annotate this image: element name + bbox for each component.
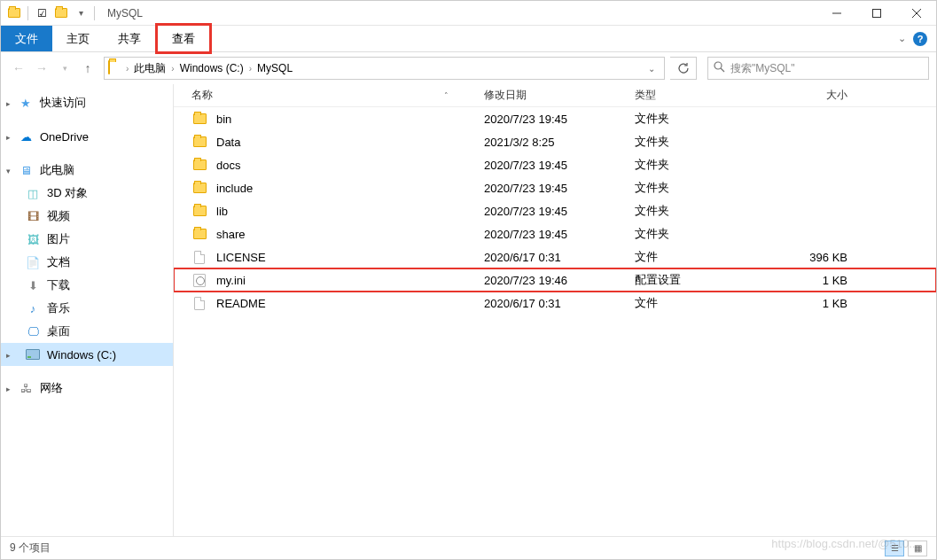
breadcrumb[interactable]: › 此电脑 › Windows (C:) › MySQL ⌄ bbox=[104, 57, 665, 80]
view-details-button[interactable]: ☰ bbox=[885, 541, 904, 556]
search-input[interactable]: 搜索"MySQL" bbox=[707, 57, 929, 80]
forward-button[interactable]: → bbox=[31, 58, 52, 79]
file-size: 396 KB bbox=[759, 251, 865, 264]
tab-view[interactable]: 查看 bbox=[155, 23, 212, 54]
breadcrumb-segment[interactable]: MySQL bbox=[252, 62, 298, 74]
file-name: lib bbox=[216, 205, 484, 218]
nav-label: Windows (C:) bbox=[47, 348, 116, 362]
column-headers: 名称 ˄ 修改日期 类型 大小 bbox=[174, 84, 936, 107]
file-date: 2020/7/23 19:45 bbox=[484, 113, 635, 126]
nav-onedrive[interactable]: ▸ ☁ OneDrive bbox=[1, 125, 173, 148]
nav-documents[interactable]: 📄 文档 bbox=[1, 251, 173, 274]
nav-videos[interactable]: 🎞 视频 bbox=[1, 205, 173, 228]
chevron-right-icon[interactable]: ▸ bbox=[6, 99, 11, 108]
file-icon bbox=[191, 296, 207, 310]
quick-access-toolbar: ☑ ▾ MySQL bbox=[1, 5, 148, 21]
close-button[interactable] bbox=[896, 1, 936, 26]
file-row[interactable]: lib2020/7/23 19:45文件夹 bbox=[174, 199, 936, 222]
file-name: docs bbox=[216, 159, 484, 172]
nav-label: 图片 bbox=[47, 231, 70, 247]
minimize-button[interactable] bbox=[816, 1, 856, 26]
column-date[interactable]: 修改日期 bbox=[484, 88, 635, 103]
file-row[interactable]: my.ini2020/7/23 19:46配置设置1 KB bbox=[174, 268, 936, 292]
tab-share[interactable]: 共享 bbox=[104, 26, 155, 51]
drive-icon bbox=[26, 347, 40, 362]
file-type: 文件夹 bbox=[635, 134, 759, 150]
chevron-down-icon[interactable]: ⌄ bbox=[898, 33, 906, 44]
file-row[interactable]: README2020/6/17 0:31文件1 KB bbox=[174, 292, 936, 315]
breadcrumb-dropdown[interactable]: ⌄ bbox=[643, 64, 660, 74]
ribbon-tabs: 文件 主页 共享 查看 ⌄ ? bbox=[1, 26, 936, 52]
file-row[interactable]: LICENSE2020/6/17 0:31文件396 KB bbox=[174, 245, 936, 268]
pc-icon: 🖥 bbox=[19, 163, 33, 177]
file-name: README bbox=[216, 297, 484, 310]
folder-icon[interactable] bbox=[53, 5, 69, 21]
refresh-button[interactable] bbox=[670, 57, 697, 80]
file-name: my.ini bbox=[216, 274, 484, 287]
column-size[interactable]: 大小 bbox=[759, 88, 865, 103]
chevron-right-icon[interactable]: ▸ bbox=[6, 351, 11, 360]
dropdown-icon[interactable]: ▾ bbox=[73, 5, 89, 21]
nav-desktop[interactable]: 🖵 桌面 bbox=[1, 320, 173, 343]
file-type: 文件夹 bbox=[635, 226, 759, 242]
network-icon: 🖧 bbox=[19, 381, 33, 395]
nav-label: 文档 bbox=[47, 254, 70, 270]
file-type: 文件夹 bbox=[635, 111, 759, 127]
file-row[interactable]: bin2020/7/23 19:45文件夹 bbox=[174, 107, 936, 130]
file-date: 2020/7/23 19:45 bbox=[484, 205, 635, 218]
tab-file[interactable]: 文件 bbox=[1, 26, 52, 51]
search-icon bbox=[714, 61, 725, 75]
separator bbox=[27, 6, 28, 20]
folder-icon bbox=[191, 204, 207, 218]
chevron-down-icon[interactable]: ▾ bbox=[6, 167, 11, 175]
nav-pictures[interactable]: 🖼 图片 bbox=[1, 228, 173, 251]
nav-drive-c[interactable]: ▸ Windows (C:) bbox=[1, 343, 173, 366]
file-date: 2020/6/17 0:31 bbox=[484, 297, 635, 310]
music-icon: ♪ bbox=[26, 301, 40, 315]
file-date: 2020/6/17 0:31 bbox=[484, 251, 635, 264]
view-icons-button[interactable]: ▦ bbox=[908, 541, 927, 556]
nav-3d-objects[interactable]: ◫ 3D 对象 bbox=[1, 182, 173, 205]
breadcrumb-segment[interactable]: Windows (C:) bbox=[175, 62, 249, 74]
nav-music[interactable]: ♪ 音乐 bbox=[1, 297, 173, 320]
chevron-right-icon[interactable]: ▸ bbox=[6, 385, 11, 393]
file-type: 文件夹 bbox=[635, 180, 759, 196]
file-type: 文件夹 bbox=[635, 157, 759, 173]
folder-icon bbox=[191, 227, 207, 241]
window-controls bbox=[816, 1, 936, 26]
up-button[interactable]: ↑ bbox=[77, 58, 98, 79]
nav-downloads[interactable]: ⬇ 下载 bbox=[1, 274, 173, 297]
search-placeholder: 搜索"MySQL" bbox=[730, 61, 795, 76]
column-label: 名称 bbox=[191, 88, 213, 103]
document-icon: 📄 bbox=[26, 255, 40, 269]
status-item-count: 9 个项目 bbox=[10, 541, 51, 556]
nav-label: OneDrive bbox=[40, 130, 89, 144]
nav-this-pc[interactable]: ▾ 🖥 此电脑 bbox=[1, 159, 173, 182]
nav-network[interactable]: ▸ 🖧 网络 bbox=[1, 377, 173, 400]
file-row[interactable]: docs2020/7/23 19:45文件夹 bbox=[174, 153, 936, 176]
file-row[interactable]: share2020/7/23 19:45文件夹 bbox=[174, 222, 936, 245]
file-date: 2021/3/2 8:25 bbox=[484, 136, 635, 149]
chevron-right-icon[interactable]: ▸ bbox=[6, 133, 11, 142]
column-type[interactable]: 类型 bbox=[635, 88, 759, 103]
file-row[interactable]: Data2021/3/2 8:25文件夹 bbox=[174, 130, 936, 153]
history-dropdown[interactable]: ▾ bbox=[54, 58, 75, 79]
file-row[interactable]: include2020/7/23 19:45文件夹 bbox=[174, 176, 936, 199]
file-name: share bbox=[216, 228, 484, 241]
nav-label: 快速访问 bbox=[40, 95, 86, 111]
maximize-button[interactable] bbox=[856, 1, 896, 26]
properties-icon[interactable]: ☑ bbox=[34, 5, 50, 21]
tab-home[interactable]: 主页 bbox=[52, 26, 104, 51]
back-button[interactable]: ← bbox=[8, 58, 29, 79]
status-bar: 9 个项目 ☰ ▦ bbox=[1, 536, 936, 559]
file-type: 配置设置 bbox=[635, 272, 759, 288]
nav-quick-access[interactable]: ▸ ★ 快速访问 bbox=[1, 91, 173, 114]
window-title: MySQL bbox=[107, 7, 143, 19]
file-name: LICENSE bbox=[216, 251, 484, 264]
breadcrumb-segment[interactable]: 此电脑 bbox=[129, 61, 171, 76]
help-button[interactable]: ? bbox=[913, 32, 927, 46]
column-name[interactable]: 名称 ˄ bbox=[191, 88, 484, 103]
nav-label: 音乐 bbox=[47, 300, 70, 316]
folder-icon bbox=[191, 158, 207, 172]
file-name: Data bbox=[216, 136, 484, 149]
